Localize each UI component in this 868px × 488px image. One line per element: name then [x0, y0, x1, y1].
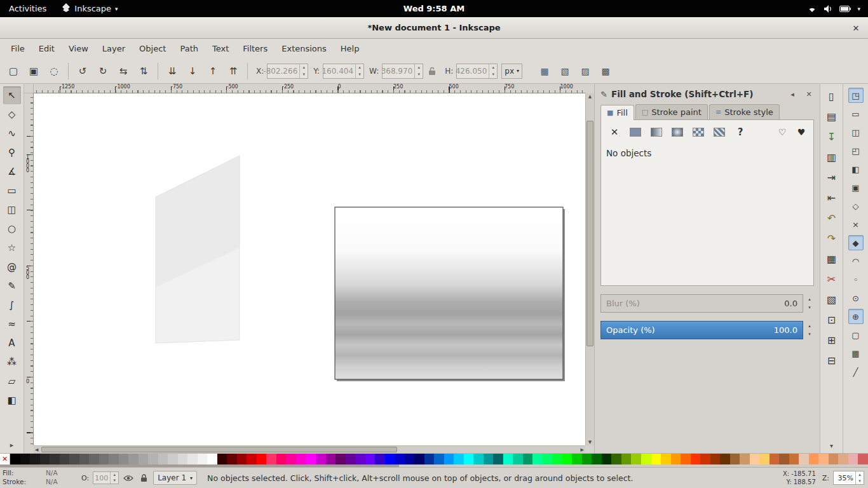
palette-swatch[interactable]: [99, 454, 109, 464]
palette-swatch[interactable]: [829, 454, 839, 464]
canvas[interactable]: [34, 93, 585, 445]
command-zoom-page[interactable]: ⊟: [824, 352, 840, 369]
menu-item[interactable]: Text: [205, 39, 236, 58]
palette-swatch[interactable]: [217, 454, 227, 464]
palette-swatch[interactable]: [691, 454, 701, 464]
unit-dropdown[interactable]: px ▾: [501, 64, 522, 79]
toolbox-expander-icon[interactable]: ▸: [3, 439, 21, 451]
menu-item[interactable]: Edit: [32, 39, 62, 58]
command-new-document[interactable]: ▯: [824, 88, 840, 104]
tool-zoom[interactable]: ⚲: [3, 144, 21, 161]
palette-swatch[interactable]: [464, 454, 474, 464]
spin-up-icon[interactable]: ▴: [856, 471, 864, 478]
palette-swatch[interactable]: [631, 454, 641, 464]
command-undo[interactable]: ↶: [824, 210, 840, 226]
palette-swatch[interactable]: [178, 454, 188, 464]
palette-swatch[interactable]: [257, 454, 267, 464]
y-value[interactable]: 160.404: [323, 64, 355, 78]
tool-eraser[interactable]: ▱: [3, 372, 21, 390]
palette-swatch[interactable]: [10, 454, 20, 464]
gradient-rectangle-object[interactable]: [335, 207, 565, 381]
tool-spiral[interactable]: @: [3, 258, 21, 276]
toolbar-button-lower-to-bottom[interactable]: ⇊: [163, 62, 182, 81]
window-close-button[interactable]: ✕: [850, 22, 862, 34]
snap-snap-line-midpoints[interactable]: ◦: [848, 272, 864, 287]
palette-swatch[interactable]: [326, 454, 336, 464]
palette-swatch[interactable]: [543, 454, 553, 464]
spin-up-icon[interactable]: ▴: [489, 64, 497, 71]
palette-swatch[interactable]: [730, 454, 740, 464]
palette-swatch[interactable]: [109, 454, 119, 464]
palette-swatch[interactable]: [306, 454, 316, 464]
palette-swatch[interactable]: [532, 454, 543, 464]
h-value[interactable]: 426.050: [457, 64, 489, 78]
tool-measure[interactable]: ∡: [3, 163, 21, 180]
tool-node-editor[interactable]: ◇: [3, 105, 21, 123]
palette-swatch[interactable]: [582, 454, 592, 464]
system-menu-caret-icon[interactable]: ▾: [857, 6, 860, 12]
palette-swatch[interactable]: [779, 454, 789, 464]
palette-swatch[interactable]: [237, 454, 247, 464]
paint-pattern-button[interactable]: [689, 124, 708, 140]
zoom-value[interactable]: 35%: [834, 471, 855, 484]
dock-button-dock-close[interactable]: ✕: [804, 89, 814, 99]
layer-lock-icon[interactable]: [138, 474, 149, 482]
palette-scroll-thumb[interactable]: [0, 464, 399, 467]
layer-visibility-icon[interactable]: [123, 475, 134, 482]
palette-swatch[interactable]: [286, 454, 296, 464]
palette-swatch[interactable]: [79, 454, 90, 464]
vertical-scroll-thumb[interactable]: [587, 121, 593, 346]
tool-spray[interactable]: ⁂: [3, 353, 21, 371]
title-bar[interactable]: *New document 1 - Inkscape ✕: [0, 17, 868, 39]
palette-swatch[interactable]: [276, 454, 287, 464]
palette-swatch[interactable]: [296, 454, 306, 464]
palette-swatch[interactable]: [20, 454, 31, 464]
paint-flat-button[interactable]: [626, 124, 645, 140]
menu-item[interactable]: Extensions: [275, 39, 334, 58]
menu-item[interactable]: Filters: [236, 39, 275, 58]
palette-no-color[interactable]: ✕: [0, 454, 10, 464]
command-print-document[interactable]: ▥: [824, 149, 840, 165]
palette-swatch[interactable]: [503, 454, 513, 464]
palette-swatch[interactable]: [641, 454, 651, 464]
spin-down-icon[interactable]: ▾: [805, 330, 814, 339]
palette-swatch[interactable]: [385, 454, 395, 464]
menu-item[interactable]: Layer: [95, 39, 132, 58]
toolbar-button-flip-horizontal[interactable]: ⇆: [114, 62, 133, 81]
spin-down-icon[interactable]: ▾: [489, 71, 497, 78]
vertical-scrollbar[interactable]: ▲ ▼: [585, 93, 594, 445]
palette-swatch[interactable]: [346, 454, 356, 464]
palette-swatch[interactable]: [621, 454, 632, 464]
y-spinbox[interactable]: 160.404 ▴▾: [323, 64, 364, 79]
palette-swatch[interactable]: [187, 454, 198, 464]
palette-swatch[interactable]: [227, 454, 237, 464]
palette-swatch[interactable]: [405, 454, 415, 464]
palette-swatch[interactable]: [552, 454, 562, 464]
palette-swatch[interactable]: [139, 454, 149, 464]
command-cut[interactable]: ✂: [824, 271, 840, 287]
app-menu-button[interactable]: Inkscape ▾: [55, 0, 124, 17]
toolbar-button-deselect[interactable]: ◌: [44, 62, 64, 81]
spin-up-icon[interactable]: ▴: [415, 64, 423, 71]
scroll-up-icon[interactable]: ▲: [586, 94, 594, 99]
fill-rule-button-fill-rule-evenodd[interactable]: ♥: [793, 125, 810, 140]
snap-snap-master-toggle[interactable]: ◳: [848, 88, 864, 103]
scroll-left-icon[interactable]: ◀: [35, 446, 38, 453]
affect-toggle-move-gradients-toggle[interactable]: ▨: [576, 62, 595, 81]
spin-down-icon[interactable]: ▾: [805, 304, 814, 312]
palette-swatch[interactable]: [158, 454, 168, 464]
menu-item[interactable]: View: [62, 39, 95, 58]
palette-swatch[interactable]: [740, 454, 750, 464]
snap-snap-object-centers[interactable]: ⊙: [848, 290, 864, 306]
palette-swatch[interactable]: [50, 454, 60, 464]
palette-swatch[interactable]: [562, 454, 573, 464]
snap-snap-rotation-centers[interactable]: ⊕: [848, 309, 864, 324]
command-export-bitmap[interactable]: ⇤: [824, 189, 840, 206]
stroke-indicator-value[interactable]: N/A: [46, 478, 58, 487]
command-copy[interactable]: ▦: [824, 250, 840, 267]
tool-selector[interactable]: ↖: [3, 86, 21, 104]
palette-swatch[interactable]: [838, 454, 848, 464]
fill-indicator-value[interactable]: N/A: [46, 469, 58, 478]
spin-up-icon[interactable]: ▴: [356, 64, 363, 71]
snap-snap-nodes[interactable]: ◇: [848, 198, 864, 214]
